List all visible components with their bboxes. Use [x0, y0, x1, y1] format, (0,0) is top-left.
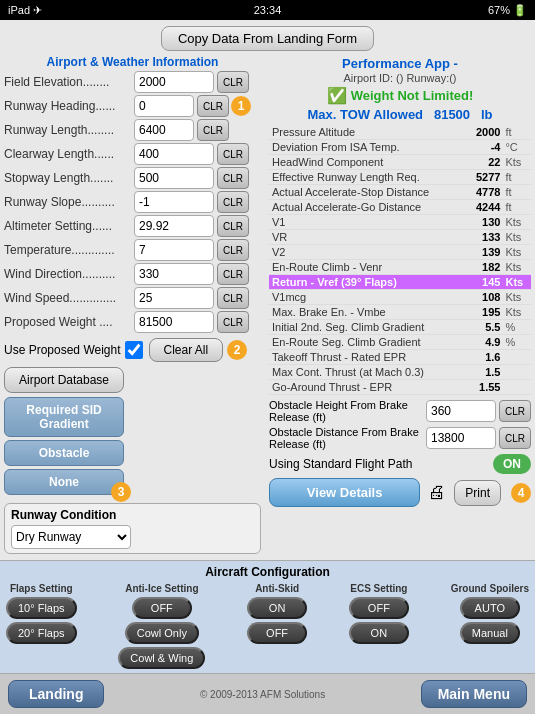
perf-value: 182	[467, 260, 504, 275]
proposed-weight-input[interactable]	[134, 311, 214, 333]
perf-label: Initial 2nd. Seg. Climb Gradient	[269, 320, 467, 335]
print-button[interactable]: Print	[454, 480, 501, 506]
perf-table-row: Effective Runway Length Req. 5277 ft	[269, 170, 531, 185]
config-pill-button[interactable]: OFF	[349, 597, 409, 619]
max-tow-row: Max. TOW Allowed 81500 lb	[269, 107, 531, 122]
runway-slope-clr[interactable]: CLR	[217, 191, 249, 213]
config-pill-button[interactable]: OFF	[132, 597, 192, 619]
altimeter-input[interactable]	[134, 215, 214, 237]
config-pill-button[interactable]: ON	[247, 597, 307, 619]
use-proposed-checkbox[interactable]	[125, 341, 143, 359]
runway-heading-clr[interactable]: CLR	[197, 95, 229, 117]
perf-label: En-Route Climb - Venr	[269, 260, 467, 275]
perf-table-row: En-Route Climb - Venr 182 Kts	[269, 260, 531, 275]
airport-database-button[interactable]: Airport Database	[4, 367, 124, 393]
landing-button[interactable]: Landing	[8, 680, 104, 708]
copyright-text: © 2009-2013 AFM Solutions	[104, 689, 420, 700]
status-right: 67% 🔋	[488, 4, 527, 17]
badge-2: 2	[227, 340, 247, 360]
weight-warning-row: ✅ Weight Not Limited!	[269, 86, 531, 105]
obstacle-distance-clr[interactable]: CLR	[499, 427, 531, 449]
wind-direction-clr[interactable]: CLR	[217, 263, 249, 285]
sid-gradient-button[interactable]: Required SID Gradient	[4, 397, 124, 437]
altimeter-label: Altimeter Setting......	[4, 219, 134, 233]
obstacle-distance-input[interactable]	[426, 427, 496, 449]
config-pill-button[interactable]: 10° Flaps	[6, 597, 77, 619]
clearway-length-input[interactable]	[134, 143, 214, 165]
perf-table-row: V1mcg 108 Kts	[269, 290, 531, 305]
field-row-wind-speed: Wind Speed.............. CLR	[4, 287, 261, 309]
stopway-length-clr[interactable]: CLR	[217, 167, 249, 189]
perf-table: Pressure Altitude 2000 ft Deviation From…	[269, 125, 531, 395]
runway-length-input[interactable]	[134, 119, 194, 141]
obstacle-section: Obstacle Height From Brake Release (ft) …	[269, 399, 531, 511]
obstacle-height-row: Obstacle Height From Brake Release (ft) …	[269, 399, 531, 423]
runway-slope-input[interactable]	[134, 191, 214, 213]
temperature-input[interactable]	[134, 239, 214, 261]
sfp-toggle[interactable]: ON	[493, 454, 531, 474]
perf-table-row: Initial 2nd. Seg. Climb Gradient 5.5 %	[269, 320, 531, 335]
field-row-temperature: Temperature............. CLR	[4, 239, 261, 261]
max-tow-value: 81500	[434, 107, 470, 122]
weight-warning-text: Weight Not Limited!	[351, 88, 474, 103]
config-pill-button[interactable]: OFF	[247, 622, 307, 644]
top-button-row: Copy Data From Landing Form	[0, 20, 535, 53]
perf-table-row: V1 130 Kts	[269, 215, 531, 230]
clearway-length-clr[interactable]: CLR	[217, 143, 249, 165]
perf-label: Max Cont. Thrust (at Mach 0.3)	[269, 365, 467, 380]
config-pill-button[interactable]: ON	[349, 622, 409, 644]
wind-direction-input[interactable]	[134, 263, 214, 285]
perf-table-row: Max Cont. Thrust (at Mach 0.3) 1.5	[269, 365, 531, 380]
altimeter-clr[interactable]: CLR	[217, 215, 249, 237]
field-row-stopway-length: Stopway Length....... CLR	[4, 167, 261, 189]
obstacle-height-clr[interactable]: CLR	[499, 400, 531, 422]
runway-heading-input[interactable]	[134, 95, 194, 117]
runway-length-clr[interactable]: CLR	[197, 119, 229, 141]
wind-speed-clr[interactable]: CLR	[217, 287, 249, 309]
field-row-clearway-length: Clearway Length...... CLR	[4, 143, 261, 165]
temperature-clr[interactable]: CLR	[217, 239, 249, 261]
wind-speed-input[interactable]	[134, 287, 214, 309]
config-col-title: Anti-Skid	[255, 583, 299, 594]
perf-unit	[503, 350, 531, 365]
perf-label: Actual Accelerate-Stop Distance	[269, 185, 467, 200]
field-elevation-input[interactable]	[134, 71, 214, 93]
obstacle-height-input[interactable]	[426, 400, 496, 422]
perf-label: Effective Runway Length Req.	[269, 170, 467, 185]
config-pill-button[interactable]: Manual	[460, 622, 520, 644]
perf-value: 130	[467, 215, 504, 230]
config-column: Flaps Setting10° Flaps20° Flaps	[6, 583, 77, 669]
perf-label: HeadWind Component	[269, 155, 467, 170]
perf-unit: Kts	[503, 215, 531, 230]
perf-value: 133	[467, 230, 504, 245]
main-menu-button[interactable]: Main Menu	[421, 680, 527, 708]
perf-label: V1	[269, 215, 467, 230]
config-pill-button[interactable]: 20° Flaps	[6, 622, 77, 644]
runway-length-label: Runway Length........	[4, 123, 134, 137]
perf-unit: Kts	[503, 305, 531, 320]
config-pill-button[interactable]: Cowl & Wing	[118, 647, 205, 669]
perf-label: V2	[269, 245, 467, 260]
config-pill-button[interactable]: Cowl Only	[125, 622, 199, 644]
obstacle-button[interactable]: Obstacle	[4, 440, 124, 466]
runway-condition-select[interactable]: Dry Runway Wet Runway Contaminated	[11, 525, 131, 549]
perf-table-row: Takeoff Thrust - Rated EPR 1.6	[269, 350, 531, 365]
perf-table-row: Pressure Altitude 2000 ft	[269, 125, 531, 140]
clear-all-button[interactable]: Clear All	[149, 338, 224, 362]
wind-speed-label: Wind Speed..............	[4, 291, 134, 305]
perf-unit: ft	[503, 125, 531, 140]
field-elevation-clr[interactable]: CLR	[217, 71, 249, 93]
stopway-length-label: Stopway Length.......	[4, 171, 134, 185]
copy-data-button[interactable]: Copy Data From Landing Form	[161, 26, 374, 51]
proposed-weight-clr[interactable]: CLR	[217, 311, 249, 333]
none-button[interactable]: None 3	[4, 469, 124, 495]
view-details-button[interactable]: View Details	[269, 478, 420, 507]
perf-unit	[503, 380, 531, 395]
two-column-area: Airport & Weather Information Field Elev…	[0, 53, 535, 560]
config-pill-button[interactable]: AUTO	[460, 597, 520, 619]
perf-value: -4	[467, 140, 504, 155]
perf-table-row: Max. Brake En. - Vmbe 195 Kts	[269, 305, 531, 320]
stopway-length-input[interactable]	[134, 167, 214, 189]
wind-direction-label: Wind Direction..........	[4, 267, 134, 281]
perf-unit: ft	[503, 200, 531, 215]
